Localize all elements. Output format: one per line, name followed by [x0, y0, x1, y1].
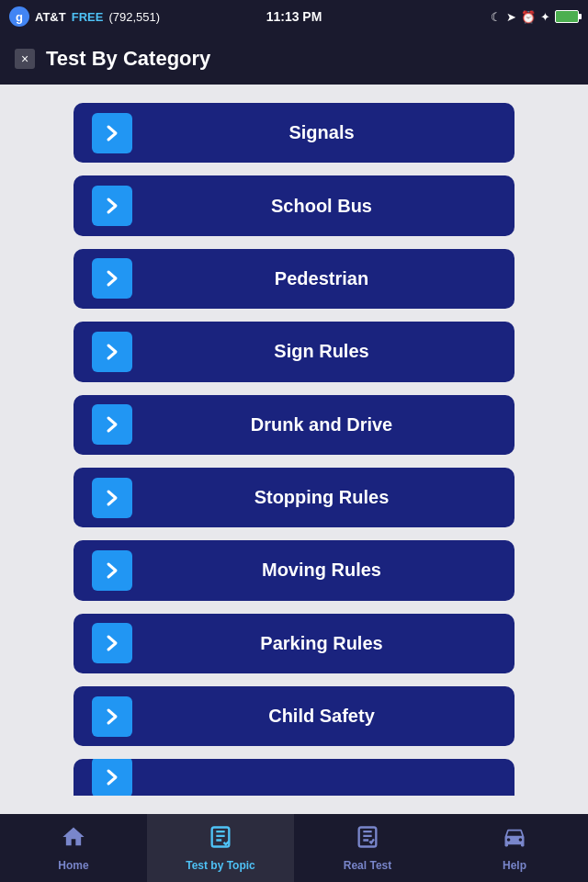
category-btn-sign-rules[interactable]: Sign Rules	[74, 322, 514, 381]
moon-icon: ☾	[491, 10, 502, 24]
google-icon: g	[9, 6, 29, 27]
nav-label-test-by-topic: Test by Topic	[186, 859, 255, 872]
nav-item-real-test[interactable]: Real Test	[294, 814, 441, 882]
real-test-icon	[355, 824, 380, 855]
arrow-icon	[92, 332, 132, 372]
category-label: Stopping Rules	[147, 487, 496, 508]
nav-item-home[interactable]: Home	[0, 814, 147, 882]
category-label: Moving Rules	[147, 560, 496, 581]
header: × Test By Category	[0, 33, 588, 85]
nav-label-help: Help	[503, 859, 526, 872]
nav-item-test-by-topic[interactable]: Test by Topic	[147, 814, 294, 882]
arrow-icon	[92, 186, 132, 226]
category-label: Parking Rules	[147, 633, 496, 654]
status-count: (792,551)	[108, 10, 160, 24]
nav-label-home: Home	[58, 859, 88, 872]
arrow-icon	[92, 696, 132, 737]
test-by-topic-icon	[208, 824, 233, 855]
category-btn-pedestrian[interactable]: Pedestrian	[74, 249, 514, 309]
nav-item-help[interactable]: Help	[441, 814, 588, 882]
home-icon	[61, 824, 86, 855]
category-label: School Bus	[147, 196, 496, 217]
arrow-icon	[92, 404, 132, 445]
status-time: 11:13 PM	[266, 9, 322, 24]
arrow-icon	[92, 759, 132, 796]
arrow-icon	[92, 623, 132, 663]
category-label: Pedestrian	[147, 268, 496, 289]
page-title: Test By Category	[46, 47, 210, 71]
alarm-icon: ⏰	[521, 10, 536, 24]
arrow-icon	[92, 478, 132, 518]
category-label: Sign Rules	[147, 341, 496, 362]
battery-icon	[555, 10, 579, 23]
close-button[interactable]: ×	[15, 49, 35, 69]
location-icon: ➤	[506, 10, 516, 24]
bottom-nav: Home Test by Topic Real Test Help	[0, 814, 588, 882]
status-left: g AT&T FREE (792,551)	[9, 6, 160, 27]
status-right: ☾ ➤ ⏰ ✦	[491, 10, 579, 24]
status-free: FREE	[72, 10, 104, 24]
category-btn-parking-rules[interactable]: Parking Rules	[74, 614, 514, 673]
status-bar: g AT&T FREE (792,551) 11:13 PM ☾ ➤ ⏰ ✦	[0, 0, 588, 33]
nav-label-real-test: Real Test	[344, 859, 391, 872]
category-label: Child Safety	[147, 706, 496, 727]
arrow-icon	[92, 258, 132, 299]
bluetooth-icon: ✦	[540, 10, 550, 24]
category-btn-stopping-rules[interactable]: Stopping Rules	[74, 468, 514, 527]
status-carrier: AT&T	[35, 10, 66, 24]
category-btn-moving-rules[interactable]: Moving Rules	[74, 540, 514, 600]
arrow-icon	[92, 113, 132, 153]
category-label: Signals	[147, 122, 496, 143]
category-btn-drunk-and-drive[interactable]: Drunk and Drive	[74, 395, 514, 455]
category-list: Signals School Bus Pedestrian Sign Rules	[0, 85, 588, 814]
help-icon	[502, 824, 527, 855]
category-label: Drunk and Drive	[147, 414, 496, 435]
category-btn-child-safety[interactable]: Child Safety	[74, 686, 514, 746]
partial-category-btn	[74, 759, 514, 796]
arrow-icon	[92, 550, 132, 591]
category-btn-signals[interactable]: Signals	[74, 103, 514, 163]
category-btn-school-bus[interactable]: School Bus	[74, 175, 514, 235]
